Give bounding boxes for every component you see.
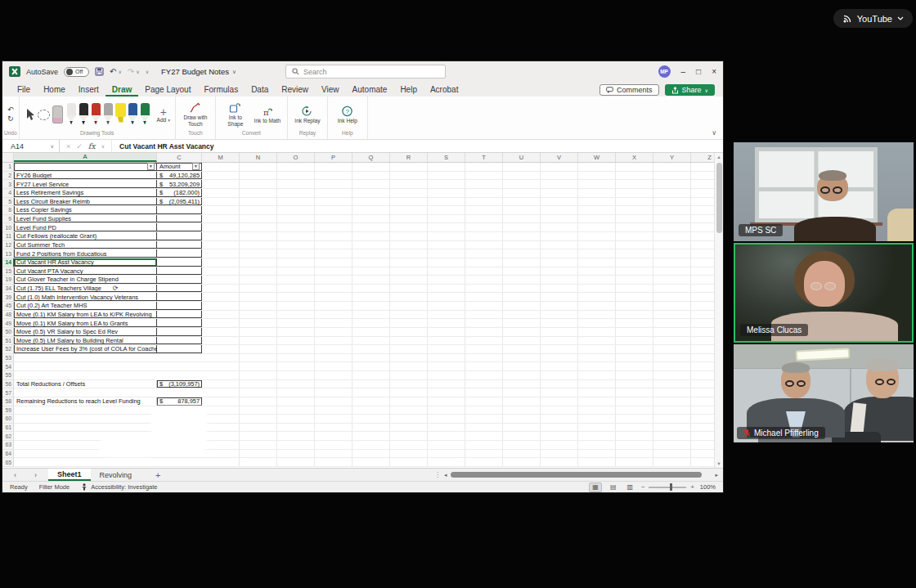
row-header-57[interactable]: 57 [2,388,14,397]
menu-tab-data[interactable]: Data [245,83,275,97]
scrollbar-grip-icon[interactable]: ⋮ [434,471,441,478]
cell-A10[interactable]: Level Fund PD [14,223,157,232]
ink-to-shape-button[interactable]: Ink to Shape [221,102,250,127]
cell-C13[interactable] [157,249,202,258]
cell-A51[interactable]: Move (0.5) LM Salary to Building Rental [14,337,157,346]
column-header-M[interactable]: M [202,153,240,162]
accessibility-status[interactable]: Accessibility: Investigate [81,483,157,491]
horizontal-scrollbar[interactable]: ⋮ ◂ ▸ [434,470,718,479]
row-header-65[interactable]: 65 [2,458,14,467]
new-sheet-button[interactable]: + [149,469,167,481]
share-button[interactable]: Share ∨ [665,84,715,96]
cell-A34[interactable]: Cut (1.75) ELL Teachers Village⟳ [14,285,157,294]
row-header-2[interactable]: 2 [2,172,14,181]
row-header-51[interactable]: 51 [2,337,14,346]
row-header-15[interactable]: 15 [2,267,14,276]
cell-C54[interactable] [157,362,202,371]
row-header-63[interactable]: 63 [2,441,14,450]
cell-C58[interactable]: $878,957 [157,397,202,406]
zoom-thumb[interactable] [670,483,672,491]
cell-A39[interactable]: Cut (1.0) Math Intervention Vacancy Vete… [14,293,157,302]
zoom-slider[interactable]: − + [641,483,694,491]
row-header-60[interactable]: 60 [2,415,14,424]
scroll-left-icon[interactable]: ◂ [444,472,447,478]
menu-tab-automate[interactable]: Automate [346,83,394,97]
cell-A11[interactable]: Cut Fellows (reallocate Grant) [14,232,157,241]
prev-sheet-icon[interactable]: ‹ [14,471,16,479]
cancel-icon[interactable]: × [66,142,70,150]
cell-C56[interactable]: $(3,109,957) [157,380,202,389]
youtube-live-button[interactable]: YouTube [833,9,913,28]
redo-icon[interactable]: ↻ [7,115,14,123]
cell-A54[interactable] [14,362,157,371]
undo-button[interactable]: ↶∨ [110,67,122,76]
insert-function-icon[interactable]: fx [88,141,96,150]
cell-C4[interactable]: $(182,000) [157,189,202,198]
sheet-tab-revolving[interactable]: Revolving [91,469,141,481]
eraser-tool[interactable] [52,105,63,123]
cell-C49[interactable] [157,319,202,328]
column-header-T[interactable]: T [465,153,503,162]
cell-A14[interactable]: Cut Vacant HR Asst Vacancy [14,258,157,267]
filter-dropdown-icon[interactable]: ▾ [192,163,200,170]
page-break-view-button[interactable]: ▥ [624,483,635,491]
video-tile-melissa-clucas-active-speaker[interactable]: Melissa Clucas [734,243,914,343]
cell-C2[interactable]: $49,120,285 [157,172,202,181]
column-header-Q[interactable]: Q [352,153,390,162]
lasso-select-tool[interactable] [38,110,50,120]
row-header-56[interactable]: 56 [2,380,14,389]
row-header-62[interactable]: 62 [2,432,14,441]
cell-C34[interactable] [157,285,202,294]
row-header-61[interactable]: 61 [2,424,14,433]
next-sheet-icon[interactable]: › [34,471,37,479]
cell-C39[interactable] [157,293,202,302]
video-tile-mps-sc[interactable]: MPS SC [734,142,914,241]
row-header-19[interactable]: 19 [2,276,14,285]
row-header-45[interactable]: 45 [2,302,14,311]
search-input[interactable] [303,68,439,76]
row-header-14[interactable]: 14 [2,258,14,267]
column-header-Y[interactable]: Y [653,153,691,162]
menu-tab-home[interactable]: Home [37,83,72,97]
cell-A5[interactable]: Less Circuit Breaker Reimb [14,198,157,207]
cell-A2[interactable]: FY26 Budget [14,172,157,181]
cell-A50[interactable]: Move (0.5) VR Salary to Spec Ed Rev [14,328,157,337]
cell-C10[interactable] [157,223,202,232]
row-header-49[interactable]: 49 [2,319,14,328]
quick-access-chevron-icon[interactable]: ∨ [146,69,149,74]
select-all-corner[interactable] [2,153,14,162]
cell-A59[interactable] [14,406,157,415]
zoom-level[interactable]: 100% [700,483,716,491]
pen-green-tool[interactable] [139,103,151,127]
cell-C52[interactable] [157,345,202,354]
cell-A15[interactable]: Cut Vacant PTA Vacancy [14,267,157,276]
menu-tab-view[interactable]: View [315,83,346,97]
menu-tab-draw[interactable]: Draw [106,83,138,97]
comments-button[interactable]: Comments [599,84,659,96]
cell-C11[interactable] [157,232,202,241]
cell-C1[interactable]: Amount▾ [157,163,202,172]
cell-A12[interactable]: Cut Summer Tech [14,241,157,250]
ink-replay-button[interactable]: Ink Replay [293,105,322,124]
cell-C50[interactable] [157,328,202,337]
column-header-W[interactable]: W [578,153,616,162]
row-header-1[interactable]: 1 [2,163,14,172]
row-header-58[interactable]: 58 [2,397,14,406]
cell-A65[interactable] [14,458,157,467]
cell-A13[interactable]: Fund 2 Positions from Educatious [14,249,157,258]
column-header-R[interactable]: R [390,153,428,162]
column-header-A[interactable]: A [14,153,157,162]
scroll-up-icon[interactable]: ▲ [716,153,721,161]
draw-with-touch-button[interactable]: Draw with Touch [181,102,210,127]
row-header-10[interactable]: 10 [2,223,14,232]
cell-C19[interactable] [157,276,202,285]
row-header-9[interactable]: 9 [2,215,14,224]
cell-A60[interactable] [14,415,157,424]
pen-white-tool[interactable] [65,103,78,127]
cell-C14[interactable] [157,258,202,267]
row-header-13[interactable]: 13 [2,249,14,258]
cell-C8[interactable] [157,206,202,215]
page-layout-view-button[interactable]: ▤ [608,483,619,491]
pen-red-tool[interactable] [90,103,102,127]
search-box[interactable] [285,65,446,79]
